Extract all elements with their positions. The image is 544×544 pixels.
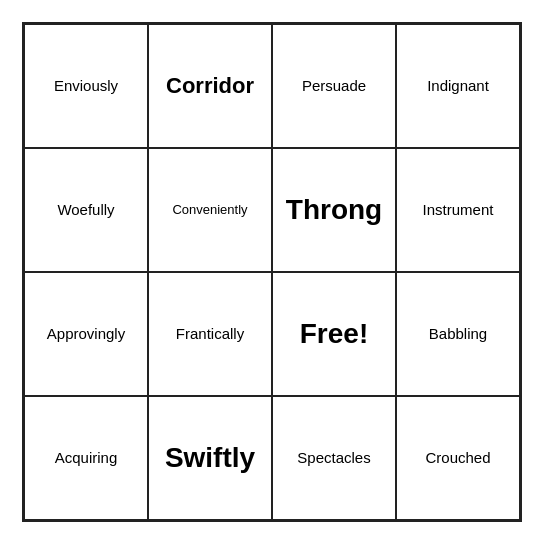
bingo-cell-13: Swiftly: [148, 396, 272, 520]
bingo-cell-1: Corridor: [148, 24, 272, 148]
bingo-cell-0: Enviously: [24, 24, 148, 148]
cell-text-9: Frantically: [176, 325, 244, 343]
bingo-cell-15: Crouched: [396, 396, 520, 520]
cell-text-3: Indignant: [427, 77, 489, 95]
cell-text-12: Acquiring: [55, 449, 118, 467]
cell-text-6: Throng: [286, 193, 382, 227]
cell-text-10: Free!: [300, 317, 368, 351]
cell-text-1: Corridor: [166, 73, 254, 99]
cell-text-15: Crouched: [425, 449, 490, 467]
bingo-cell-4: Woefully: [24, 148, 148, 272]
cell-text-2: Persuade: [302, 77, 366, 95]
bingo-cell-12: Acquiring: [24, 396, 148, 520]
bingo-cell-3: Indignant: [396, 24, 520, 148]
cell-text-4: Woefully: [57, 201, 114, 219]
bingo-cell-14: Spectacles: [272, 396, 396, 520]
cell-text-11: Babbling: [429, 325, 487, 343]
bingo-cell-2: Persuade: [272, 24, 396, 148]
bingo-cell-5: Conveniently: [148, 148, 272, 272]
cell-text-0: Enviously: [54, 77, 118, 95]
cell-text-13: Swiftly: [165, 441, 255, 475]
bingo-cell-6: Throng: [272, 148, 396, 272]
bingo-cell-7: Instrument: [396, 148, 520, 272]
bingo-card: EnviouslyCorridorPersuadeIndignantWoeful…: [22, 22, 522, 522]
bingo-cell-9: Frantically: [148, 272, 272, 396]
cell-text-5: Conveniently: [172, 202, 247, 218]
cell-text-7: Instrument: [423, 201, 494, 219]
bingo-cell-10: Free!: [272, 272, 396, 396]
cell-text-14: Spectacles: [297, 449, 370, 467]
cell-text-8: Approvingly: [47, 325, 125, 343]
bingo-cell-11: Babbling: [396, 272, 520, 396]
bingo-cell-8: Approvingly: [24, 272, 148, 396]
